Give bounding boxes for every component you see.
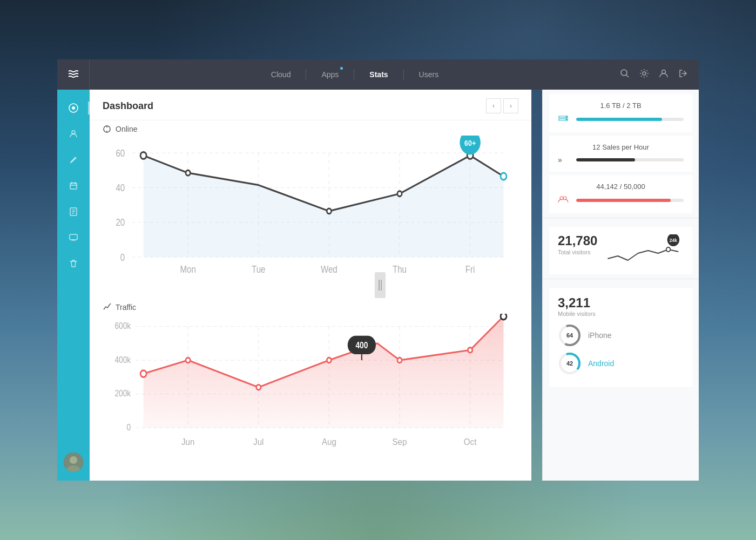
nav-prev-button[interactable]: ‹ [486,98,501,113]
users-stat-card: 44,142 / 50,000 [549,175,692,213]
users-title: 44,142 / 50,000 [558,183,684,191]
content-header: Dashboard ‹ › [90,90,531,120]
sales-bar-row: » [558,156,684,164]
svg-point-69 [468,347,473,352]
sidebar-item-documents[interactable] [57,199,90,225]
mini-chart-area: 24k [603,234,684,267]
svg-text:60: 60 [116,147,125,158]
svg-line-49 [110,303,111,305]
svg-point-17 [70,456,77,464]
settings-icon[interactable] [639,69,649,80]
right-panel: 1.6 TB / 2 TB 12 Sales per Hour » [542,90,699,481]
svg-point-41 [501,173,507,180]
nav-apps[interactable]: Apps [306,59,354,90]
storage-bar-row [558,114,684,125]
nav-stats[interactable]: Stats [354,59,403,90]
svg-point-81 [566,116,568,118]
sidebar-item-users[interactable] [57,121,90,147]
svg-text:Jun: Jun [181,436,194,446]
svg-text:Oct: Oct [464,436,477,446]
svg-text:Fri: Fri [465,264,475,274]
svg-text:0: 0 [120,252,125,262]
svg-marker-63 [144,316,504,428]
iphone-row: 64 iPhone [558,323,684,347]
right-divider-1 [543,218,699,218]
sidebar-item-dashboard[interactable] [57,95,90,121]
online-label: Online [116,125,137,133]
svg-text:Tue: Tue [252,264,265,274]
svg-point-37 [186,170,190,176]
users-bar-track [576,199,684,202]
android-donut: 42 [558,352,582,375]
svg-point-36 [140,152,146,159]
svg-point-39 [397,191,402,197]
nav-users[interactable]: Users [404,59,454,90]
svg-marker-35 [144,156,504,257]
sales-title: 12 Sales per Hour [558,143,684,151]
iphone-label: iPhone [588,331,612,340]
sales-stat-card: 12 Sales per Hour » [549,136,692,172]
svg-text:400: 400 [355,341,368,350]
sidebar-item-messages[interactable] [57,225,90,251]
storage-bar-fill [576,118,662,121]
header-nav-buttons: ‹ › [486,98,518,113]
user-avatar[interactable] [64,453,83,472]
svg-text:Sep: Sep [393,436,407,446]
svg-text:Mon: Mon [180,264,195,274]
signout-icon[interactable] [678,69,688,80]
navbar: Cloud Apps Stats Users [57,59,699,90]
svg-point-66 [256,384,261,389]
svg-text:400k: 400k [114,355,131,364]
nav-next-button[interactable]: › [503,98,518,113]
traffic-chart-container: 0 200k 400k 600k [103,314,518,470]
sales-icon: » [558,156,571,164]
apps-dot [340,67,343,70]
svg-point-64 [140,370,146,377]
resize-handle[interactable] [375,272,386,298]
svg-point-68 [397,357,402,362]
traffic-chart-svg: 0 200k 400k 600k [103,314,518,470]
online-chart-label: Online [103,120,518,133]
svg-point-67 [327,357,331,362]
users-bar-fill [576,199,671,202]
svg-text:Wed: Wed [321,264,338,274]
storage-title: 1.6 TB / 2 TB [558,102,684,110]
svg-point-82 [566,119,568,120]
navbar-nav: Cloud Apps Stats Users [90,59,620,90]
content-panel: Dashboard ‹ › Online .grid-line { stroke… [90,90,531,481]
visitors-section: 21,780 Total visitors 24k [549,227,692,274]
right-divider-2 [543,279,699,279]
users-bar-row [558,195,684,206]
visitors-total: 21,780 [558,234,597,247]
svg-text:Thu: Thu [393,264,407,274]
android-row: 42 Android [558,352,684,375]
navbar-logo[interactable] [57,59,90,90]
svg-point-70 [501,314,507,320]
svg-text:60+: 60+ [464,139,476,147]
user-icon[interactable] [659,69,669,80]
sidebar-item-edit[interactable] [57,147,90,173]
mobile-total: 3,211 [558,295,684,310]
storage-bar-track [576,118,684,121]
svg-point-2 [643,72,646,75]
storage-icon [558,114,571,125]
sales-bar-track [576,158,684,161]
mobile-section: 3,211 Mobile visitors 64 iPhone [549,288,692,387]
online-chart-section: Online .grid-line { stroke: #dde; stroke… [103,120,518,294]
svg-point-65 [186,357,190,362]
svg-point-5 [72,106,75,110]
page-title: Dashboard [103,100,153,112]
svg-text:40: 40 [116,183,125,193]
charts-area: Online .grid-line { stroke: #dde; stroke… [90,120,531,481]
search-icon[interactable] [620,69,630,80]
svg-point-38 [327,208,331,214]
iphone-donut-label: 64 [566,332,573,339]
users-icon [558,195,571,206]
nav-cloud[interactable]: Cloud [256,59,306,90]
svg-text:24k: 24k [670,238,677,243]
traffic-chart-label: Traffic [103,299,518,312]
sidebar-item-trash[interactable] [57,251,90,276]
storage-stat-card: 1.6 TB / 2 TB [549,94,692,132]
sidebar-item-calendar[interactable] [57,173,90,199]
online-chart-svg: .grid-line { stroke: #dde; stroke-width:… [103,136,518,292]
